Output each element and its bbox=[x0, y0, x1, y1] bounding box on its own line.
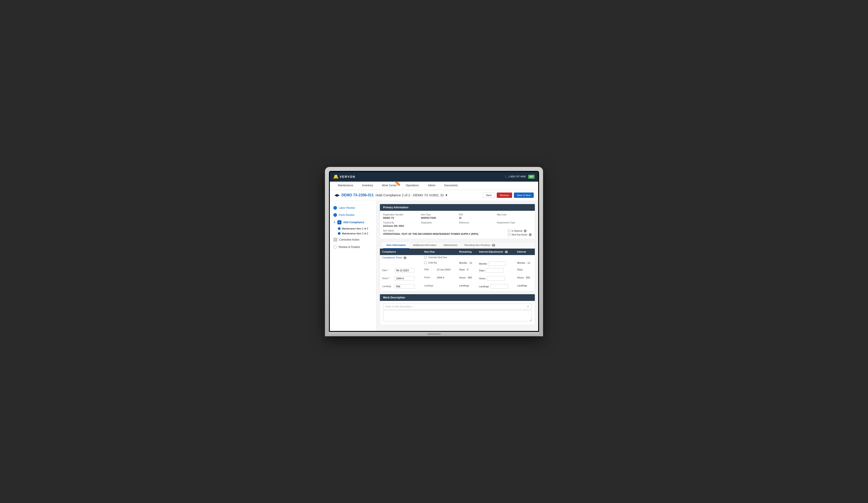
next-due-assist-checkbox[interactable] bbox=[508, 234, 510, 236]
tab-attachments[interactable]: Attachments bbox=[440, 242, 461, 249]
is-optional-checkbox[interactable] bbox=[508, 230, 510, 232]
field-mfg-code: Mfg Code bbox=[497, 214, 532, 219]
interval-adj-days-cell: Days bbox=[477, 267, 515, 275]
field-tracked-by: Tracked By Airframe SN: 0001 bbox=[383, 222, 418, 227]
interval-months-value: 12 bbox=[527, 261, 530, 264]
interval-adj-hours-input[interactable] bbox=[487, 276, 505, 281]
nav-operations[interactable]: Operations bbox=[401, 182, 423, 189]
tab-additional-information[interactable]: Additional Information bbox=[409, 242, 440, 249]
remaining-months-cell: Months 12 bbox=[457, 260, 477, 267]
remaining-hours-value: 800 bbox=[468, 276, 472, 279]
interval-adj-days-input[interactable] bbox=[486, 268, 504, 273]
sidebar-sub-maintenance-1[interactable]: ✓ Maintenance Item 1 of 2 bbox=[338, 226, 376, 231]
nav-bar: Maintenance Inventory Work Center BETA O… bbox=[330, 182, 538, 190]
work-description-textarea[interactable] bbox=[383, 310, 532, 321]
date-label: Date * bbox=[382, 269, 393, 271]
date-next-due-label: Date bbox=[424, 268, 435, 271]
header-buttons: Back Remove Save & Next bbox=[483, 193, 534, 198]
tab-resulting-non-routines[interactable]: Resulting Non-Routines 0 bbox=[461, 242, 499, 249]
sidebar: ✓ Labor Review ✓ Parts Review ▼ 2 Add Co… bbox=[330, 201, 376, 331]
eom-adj-cell: EoM Adj bbox=[422, 260, 457, 267]
veryon-logo-icon bbox=[333, 175, 338, 179]
col-next-due: Next Due bbox=[422, 249, 457, 255]
demo-id-link[interactable]: DEMO 7X-2306-011 bbox=[341, 193, 374, 197]
remaining-landings-label: Landings bbox=[459, 284, 469, 287]
landings-label: Landings bbox=[382, 285, 393, 288]
work-description-dropdown[interactable]: Enter a work description... ▼ bbox=[383, 304, 532, 309]
override-checkbox[interactable] bbox=[424, 256, 427, 259]
sidebar-item-corrective-action[interactable]: 1 Corrective Action bbox=[330, 236, 376, 244]
hours-next-due-value: 1844.4 bbox=[437, 276, 444, 279]
interval-adj-top-cell bbox=[477, 255, 515, 260]
remove-button[interactable]: Remove bbox=[497, 193, 512, 198]
nav-maintenance[interactable]: Maintenance bbox=[333, 182, 358, 189]
date-next-due-cell: Date 12-Jun-2024 bbox=[422, 267, 457, 275]
nav-admin[interactable]: Admin bbox=[423, 182, 440, 189]
next-due-assist-info-icon[interactable]: i bbox=[529, 233, 532, 236]
landings-input[interactable] bbox=[395, 284, 415, 289]
date-input[interactable] bbox=[395, 268, 415, 273]
back-button[interactable]: Back bbox=[483, 193, 495, 198]
override-row: Override Next Due bbox=[424, 256, 455, 259]
eom-adj-label: EoM Adj bbox=[428, 261, 437, 264]
remaining-months-label: Months bbox=[459, 261, 467, 264]
next-due-override-cell: Override Next Due bbox=[422, 255, 457, 260]
interval-months-cell: Months 12 bbox=[515, 260, 535, 267]
interval-months-label: Months bbox=[517, 261, 525, 264]
labor-review-label: Labor Review bbox=[339, 206, 355, 209]
is-optional-label: Is Optional bbox=[512, 230, 522, 232]
hours-input[interactable] bbox=[395, 276, 415, 281]
calendar-icon[interactable]: 📅 bbox=[505, 250, 508, 253]
date-required-star: * bbox=[388, 269, 389, 271]
nav-work-center[interactable]: Work Center BETA bbox=[378, 182, 401, 189]
compliance-table-header-row: Compliance Next Due Remaining Interval A… bbox=[380, 249, 535, 255]
sidebar-sub-maintenance-2[interactable]: Maintenance Item 2 of 2 bbox=[338, 231, 376, 236]
field-reference: Reference bbox=[459, 222, 494, 227]
sidebar-item-labor-review[interactable]: ✓ Labor Review bbox=[330, 204, 376, 212]
non-routines-badge: 0 bbox=[492, 244, 495, 247]
sidebar-item-add-compliance[interactable]: ▼ 2 Add Compliance bbox=[330, 218, 376, 226]
field-requirement-type: Requirement Type bbox=[497, 222, 532, 227]
field-ata: ATA 31 bbox=[459, 214, 494, 219]
tab-item-information[interactable]: Item Information bbox=[383, 242, 409, 249]
primary-info-grid-row1: Registration Number DEMO 7X Item Type IN… bbox=[383, 214, 532, 219]
maintenance-1-label: Maintenance Item 1 of 2 bbox=[342, 227, 368, 230]
interval-adj-landings-input[interactable] bbox=[490, 284, 508, 289]
interval-adj-landings-label: Landings bbox=[479, 285, 489, 288]
interval-days-cell: Days bbox=[515, 267, 535, 275]
field-item-type: Item Type INSPECTION bbox=[421, 214, 456, 219]
interval-adj-days-label: Days bbox=[479, 269, 485, 272]
interval-adj-months-label: Months bbox=[479, 263, 487, 265]
sidebar-item-parts-review[interactable]: ✓ Parts Review bbox=[330, 212, 376, 218]
work-description-dropdown-arrow: ▼ bbox=[527, 305, 529, 308]
remaining-days-label: Days bbox=[459, 268, 465, 271]
primary-info-header: Primary Information bbox=[380, 204, 535, 211]
nav-arrows[interactable]: ◀▶ bbox=[334, 193, 340, 197]
next-due-assist-checkbox-row[interactable]: Next Due Assist i bbox=[508, 233, 532, 236]
remaining-months-value: 12 bbox=[469, 261, 472, 264]
compliance-times-info-icon[interactable]: i bbox=[403, 256, 406, 259]
interval-adj-months-cell: Months bbox=[477, 260, 515, 267]
sidebar-item-review-finalize[interactable]: Review & Finalize bbox=[330, 244, 376, 250]
compliance-date-row: Date * Date bbox=[380, 267, 535, 275]
compliance-times-link[interactable]: Compliance Times bbox=[382, 256, 402, 259]
user-badge[interactable]: KP bbox=[528, 175, 535, 179]
maintenance-2-label: Maintenance Item 2 of 2 bbox=[342, 232, 368, 235]
compliance-row-top: Compliance Times i Override Next Due bbox=[380, 255, 535, 260]
is-optional-info-icon[interactable]: i bbox=[524, 229, 527, 232]
remaining-days-value: 0 bbox=[467, 268, 468, 271]
save-next-button[interactable]: Save & Next bbox=[514, 193, 534, 198]
add-compliance-triangle-icon: ▼ bbox=[333, 221, 335, 224]
is-optional-checkbox-row[interactable]: Is Optional i bbox=[508, 229, 532, 232]
item-name-field: Item Name OPERATIONAL TEST OF THE RECORD… bbox=[383, 229, 478, 235]
date-field-row: Date * bbox=[382, 268, 420, 273]
nav-inventory[interactable]: Inventory bbox=[358, 182, 378, 189]
nav-documents[interactable]: Documents bbox=[440, 182, 462, 189]
col-interval: Interval bbox=[515, 249, 535, 255]
interval-landings-cell: Landings bbox=[515, 283, 535, 291]
col-remaining: Remaining bbox=[457, 249, 477, 255]
date-next-due-row: Date 12-Jun-2024 bbox=[424, 268, 455, 271]
eom-adj-checkbox[interactable] bbox=[424, 261, 427, 264]
title-dropdown-arrow[interactable]: ▼ bbox=[445, 193, 448, 197]
interval-adj-months-input[interactable] bbox=[488, 261, 506, 266]
